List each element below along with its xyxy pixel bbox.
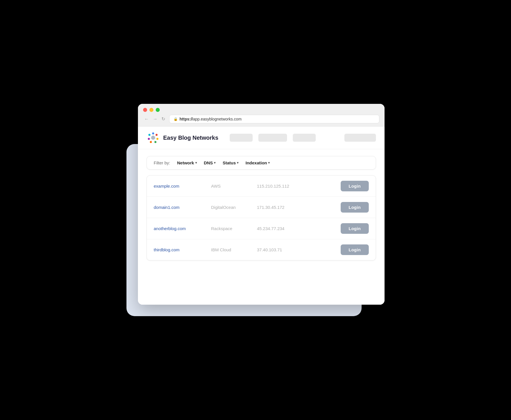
svg-line-14 [150,136,151,137]
forward-button[interactable]: → [152,116,159,122]
dns-value: DigitalOcean [211,205,257,210]
address-bar[interactable]: 🔒 https://app.easyblognetworks.com [169,115,379,123]
nav-item-4[interactable] [344,134,376,142]
login-button[interactable]: Login [341,202,369,213]
dns-value: IBM Cloud [211,247,257,252]
svg-point-0 [151,136,155,140]
nav-buttons: ← → ↻ [143,116,166,122]
domain-link[interactable]: domain1.com [154,205,211,210]
table-row: example.com AWS 115.210.125.112 Login [147,176,376,197]
ip-value: 115.210.125.112 [257,184,309,188]
dns-value: AWS [211,184,257,188]
main-content: Filter by: Network ▾ DNS ▾ Status ▾ Ind [138,149,385,267]
chevron-down-icon: ▾ [214,161,216,165]
address-text: https://app.easyblognetworks.com [180,117,241,121]
maximize-button[interactable] [156,108,160,112]
filter-indexation-label: Indexation [245,160,267,165]
nav-item-2[interactable] [258,134,287,142]
filter-label: Filter by: [154,160,170,165]
filter-indexation-button[interactable]: Indexation ▾ [245,160,270,165]
domain-link[interactable]: thirdblog.com [154,247,211,252]
table-card: example.com AWS 115.210.125.112 Login do… [147,175,376,260]
filter-dns-label: DNS [204,160,213,165]
close-button[interactable] [143,108,147,112]
action-col: Login [309,202,369,213]
filter-network-button[interactable]: Network ▾ [177,160,197,165]
svg-point-1 [152,133,154,135]
refresh-button[interactable]: ↻ [160,116,166,122]
traffic-lights [143,108,379,112]
filter-network-label: Network [177,160,194,165]
chevron-down-icon: ▾ [237,161,239,165]
nav-item-1[interactable] [230,134,253,142]
filter-status-label: Status [223,160,236,165]
domain-link[interactable]: example.com [154,184,211,188]
logo-area: Easy Blog Networks [147,131,218,144]
filter-dns-button[interactable]: DNS ▾ [204,160,216,165]
action-col: Login [309,244,369,255]
action-col: Login [309,181,369,191]
browser-window: ← → ↻ 🔒 https://app.easyblognetworks.com [138,104,385,305]
app-nav: Easy Blog Networks [138,127,385,149]
login-button[interactable]: Login [341,244,369,255]
filter-status-button[interactable]: Status ▾ [223,160,239,165]
ip-value: 45.234.77.234 [257,226,309,231]
svg-point-6 [148,138,150,140]
lock-icon: 🔒 [173,117,178,121]
title-bar: ← → ↻ 🔒 https://app.easyblognetworks.com [138,104,385,127]
outer-wrapper: ← → ↻ 🔒 https://app.easyblognetworks.com [126,104,385,316]
ip-value: 37.40.103.71 [257,247,309,252]
back-button[interactable]: ← [143,116,150,122]
svg-point-7 [149,134,151,136]
ip-value: 171.30.45.172 [257,205,309,210]
domain-link[interactable]: anotherblog.com [154,226,211,231]
filter-bar: Filter by: Network ▾ DNS ▾ Status ▾ Ind [147,156,376,170]
table-row: domain1.com DigitalOcean 171.30.45.172 L… [147,197,376,218]
svg-line-11 [154,140,155,141]
svg-point-5 [150,141,152,143]
chevron-down-icon: ▾ [195,161,197,165]
chevron-down-icon: ▾ [268,161,270,165]
logo-text: Easy Blog Networks [163,135,218,141]
login-button[interactable]: Login [341,223,369,234]
svg-point-4 [155,141,157,143]
svg-point-3 [157,138,159,140]
minimize-button[interactable] [149,108,153,112]
table-row: thirdblog.com IBM Cloud 37.40.103.71 Log… [147,239,376,260]
browser-content: Easy Blog Networks Filter by: Network ▾ [138,127,385,305]
action-col: Login [309,223,369,234]
logo-image [147,131,160,144]
svg-point-2 [156,134,158,136]
login-button[interactable]: Login [341,181,369,191]
svg-line-9 [155,136,156,137]
table-row: anotherblog.com Rackspace 45.234.77.234 … [147,218,376,239]
dns-value: Rackspace [211,226,257,231]
nav-item-3[interactable] [293,134,316,142]
address-bar-row: ← → ↻ 🔒 https://app.easyblognetworks.com [143,115,379,123]
